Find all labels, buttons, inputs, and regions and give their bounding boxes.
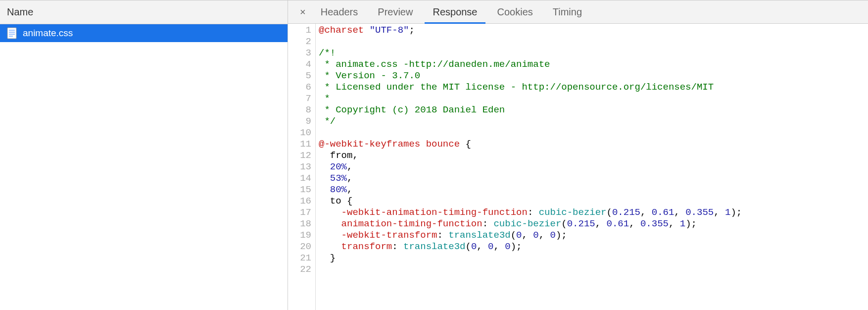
line-number: 3	[294, 48, 311, 59]
code-line: * Copyright (c) 2018 Daniel Eden	[319, 104, 742, 116]
file-icon	[7, 27, 17, 39]
line-number: 9	[294, 116, 311, 127]
code-line: 80%,	[319, 184, 742, 196]
line-number: 6	[294, 82, 311, 93]
line-number: 15	[294, 184, 311, 196]
tab-headers[interactable]: Headers	[313, 1, 366, 23]
code-line: * animate.css -http://daneden.me/animate	[319, 59, 742, 70]
details-panel: × HeadersPreviewResponseCookiesTiming 12…	[288, 0, 868, 310]
code-line: @-webkit-keyframes bounce {	[319, 139, 742, 150]
code-line: 53%,	[319, 173, 742, 184]
line-number: 11	[294, 139, 311, 150]
line-number: 1	[294, 25, 311, 36]
line-number: 4	[294, 59, 311, 70]
file-row[interactable]: animate.css	[0, 24, 288, 42]
code-line: to {	[319, 196, 742, 207]
code-line	[319, 36, 742, 48]
tab-cookies[interactable]: Cookies	[489, 1, 541, 23]
code-line: @charset "UTF-8";	[319, 25, 742, 36]
network-requests-panel: Name animate.css	[0, 0, 288, 310]
name-column-header[interactable]: Name	[0, 0, 288, 24]
code-line: animation-timing-function: cubic-bezier(…	[319, 218, 742, 230]
tab-response[interactable]: Response	[425, 1, 485, 23]
code-line: /*!	[319, 48, 742, 59]
code-line: -webkit-animation-timing-function: cubic…	[319, 207, 742, 218]
code-line: */	[319, 116, 742, 127]
line-number: 19	[294, 230, 311, 241]
tab-timing[interactable]: Timing	[545, 1, 590, 23]
line-number: 2	[294, 36, 311, 48]
line-number: 13	[294, 161, 311, 173]
file-list: animate.css	[0, 24, 288, 310]
code-line: from,	[319, 150, 742, 161]
code-line: * Version - 3.7.0	[319, 70, 742, 82]
svg-rect-0	[7, 28, 16, 39]
line-number: 5	[294, 70, 311, 82]
line-number: 10	[294, 127, 311, 139]
code-line: -webkit-transform: translate3d(0, 0, 0);	[319, 230, 742, 241]
line-number: 18	[294, 218, 311, 230]
code-content[interactable]: @charset "UTF-8"; /*! * animate.css -htt…	[316, 24, 742, 310]
code-line: transform: translate3d(0, 0, 0);	[319, 241, 742, 253]
details-tab-bar: × HeadersPreviewResponseCookiesTiming	[288, 0, 868, 24]
line-number: 16	[294, 196, 311, 207]
file-name-label: animate.css	[23, 28, 73, 39]
code-line: *	[319, 93, 742, 104]
line-number: 8	[294, 104, 311, 116]
code-line	[319, 264, 742, 275]
tab-preview[interactable]: Preview	[370, 1, 421, 23]
line-number: 7	[294, 93, 311, 104]
response-code-viewer[interactable]: 12345678910111213141516171819202122 @cha…	[288, 24, 868, 310]
line-number: 17	[294, 207, 311, 218]
code-line: * Licensed under the MIT license - http:…	[319, 82, 742, 93]
code-line	[319, 127, 742, 139]
close-icon[interactable]: ×	[295, 6, 311, 18]
line-number: 21	[294, 253, 311, 264]
code-line: }	[319, 253, 742, 264]
line-number: 22	[294, 264, 311, 275]
line-number: 20	[294, 241, 311, 253]
line-number: 14	[294, 173, 311, 184]
code-line: 20%,	[319, 161, 742, 173]
line-number-gutter: 12345678910111213141516171819202122	[288, 24, 316, 310]
line-number: 12	[294, 150, 311, 161]
